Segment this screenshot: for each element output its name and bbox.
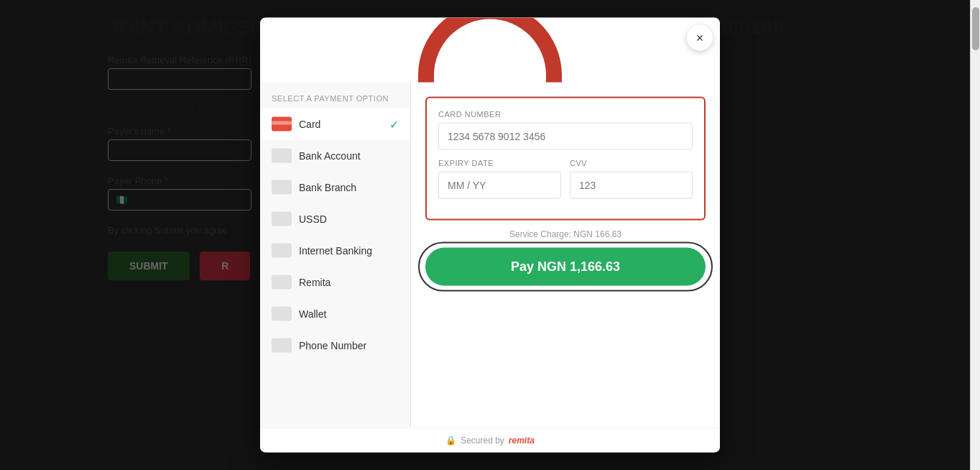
arch-container	[260, 18, 720, 83]
check-icon: ✓	[389, 117, 399, 131]
payment-option-phone-number[interactable]: Phone Number	[260, 330, 410, 361]
bank-branch-label: Bank Branch	[299, 182, 399, 193]
service-charge: Service Charge: NGN 166.63	[425, 229, 706, 239]
wallet-label: Wallet	[299, 308, 399, 320]
close-button[interactable]: ×	[687, 25, 713, 51]
cvv-input[interactable]	[570, 172, 693, 199]
cvv-group: CVV	[570, 159, 693, 208]
card-number-group: CARD NUMBER	[438, 110, 693, 150]
payment-content: CARD NUMBER EXPIRY DATE CVV Service C	[411, 83, 720, 428]
ussd-icon	[272, 212, 292, 226]
lock-icon: 🔒	[445, 436, 456, 446]
card-icon	[272, 117, 292, 132]
remita-icon	[272, 275, 292, 290]
payment-option-ussd[interactable]: USSD	[260, 203, 410, 235]
payment-option-remita[interactable]: Remita	[260, 267, 410, 298]
bank-account-label: Bank Account	[299, 150, 399, 162]
expiry-label: EXPIRY DATE	[438, 159, 561, 167]
card-form: CARD NUMBER EXPIRY DATE CVV	[425, 97, 706, 221]
phone-number-label: Phone Number	[299, 340, 399, 351]
expiry-cvv-row: EXPIRY DATE CVV	[438, 159, 693, 208]
bank-account-icon	[272, 149, 292, 163]
payment-option-internet-banking[interactable]: Internet Banking	[260, 235, 410, 267]
payment-option-bank-account[interactable]: Bank Account	[260, 140, 410, 172]
payment-sidebar: SELECT A PAYMENT OPTION Card ✓ Bank Acco…	[260, 83, 411, 428]
remita-brand: remita	[509, 436, 535, 446]
secured-text: Secured by	[461, 436, 504, 446]
ussd-label: USSD	[299, 213, 399, 225]
cvv-label: CVV	[570, 159, 693, 167]
internet-banking-icon	[272, 244, 292, 258]
scrollbar[interactable]	[970, 0, 980, 470]
modal-body: SELECT A PAYMENT OPTION Card ✓ Bank Acco…	[260, 83, 720, 428]
card-option-label: Card	[299, 119, 382, 130]
expiry-group: EXPIRY DATE	[438, 159, 561, 199]
bank-branch-icon	[272, 180, 292, 195]
modal-footer: 🔒 Secured by remita	[260, 428, 720, 453]
wallet-icon	[272, 307, 292, 321]
card-number-label: CARD NUMBER	[438, 110, 693, 119]
card-number-input[interactable]	[438, 123, 693, 150]
scrollbar-thumb[interactable]	[972, 7, 979, 50]
payment-option-wallet[interactable]: Wallet	[260, 298, 410, 330]
remita-label: Remita	[299, 277, 399, 288]
phone-number-icon	[272, 338, 292, 353]
payment-option-card[interactable]: Card ✓	[260, 109, 410, 140]
internet-banking-label: Internet Banking	[299, 245, 399, 257]
payment-modal: × SELECT A PAYMENT OPTION Card ✓ Bank Ac…	[260, 18, 720, 453]
modal-header-graphic	[260, 18, 720, 83]
arch-decoration	[418, 18, 562, 83]
pay-button[interactable]: Pay NGN 1,166.63	[425, 248, 706, 286]
expiry-input[interactable]	[438, 172, 561, 199]
payment-option-bank-branch[interactable]: Bank Branch	[260, 172, 410, 203]
sidebar-title: SELECT A PAYMENT OPTION	[260, 83, 410, 109]
